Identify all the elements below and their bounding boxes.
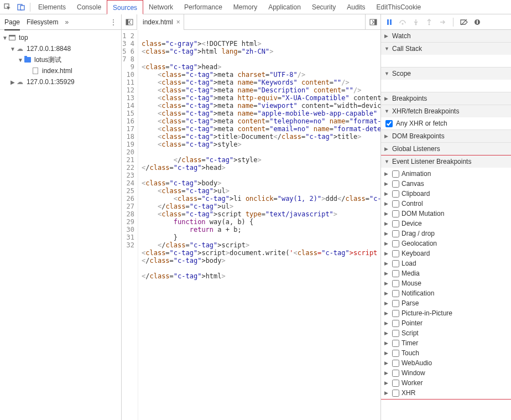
svg-rect-14 <box>477 21 478 24</box>
event-category-checkbox[interactable] <box>392 170 399 178</box>
event-category-checkbox[interactable] <box>392 330 399 337</box>
section-scope[interactable]: ▼Scope <box>381 68 511 80</box>
event-category-xhr[interactable]: ▶XHR <box>384 388 508 398</box>
event-category-clipboard[interactable]: ▶Clipboard <box>384 189 508 199</box>
event-category-parse[interactable]: ▶Parse <box>384 298 508 308</box>
tree-folder[interactable]: ▼ lotus测试 <box>0 54 121 65</box>
event-category-label: Clipboard <box>401 190 430 198</box>
event-category-control[interactable]: ▶Control <box>384 199 508 209</box>
event-category-label: Window <box>401 369 425 377</box>
event-category-mouse[interactable]: ▶Mouse <box>384 278 508 288</box>
tab-elements[interactable]: Elements <box>33 0 71 14</box>
event-category-touch[interactable]: ▶Touch <box>384 348 508 358</box>
editor-tab-index[interactable]: index.html × <box>137 14 184 30</box>
event-category-checkbox[interactable] <box>392 220 399 227</box>
step-icon[interactable] <box>437 17 447 27</box>
step-out-icon[interactable] <box>424 17 434 27</box>
event-category-picture-in-picture[interactable]: ▶Picture-in-Picture <box>384 308 508 318</box>
event-category-checkbox[interactable] <box>392 380 399 387</box>
xhr-any-row[interactable]: Any XHR or fetch <box>381 117 511 129</box>
tree-top[interactable]: ▼ top <box>0 32 121 43</box>
event-category-checkbox[interactable] <box>392 310 399 317</box>
section-dom-breakpoints[interactable]: ▶DOM Breakpoints <box>381 130 511 142</box>
cloud-icon: ☁ <box>15 77 24 86</box>
navigator-tab-page[interactable]: Page <box>4 18 20 26</box>
device-toggle-icon[interactable] <box>15 2 27 13</box>
section-call-stack[interactable]: ▼Call Stack <box>381 43 511 55</box>
event-category-checkbox[interactable] <box>392 350 399 357</box>
event-category-dom-mutation[interactable]: ▶DOM Mutation <box>384 209 508 219</box>
toggle-debugger-icon[interactable] <box>365 14 380 30</box>
event-category-checkbox[interactable] <box>392 360 399 367</box>
tree-file-index[interactable]: index.html <box>0 65 121 76</box>
inspect-icon[interactable] <box>2 2 13 13</box>
tab-network[interactable]: Network <box>143 0 179 14</box>
event-category-checkbox[interactable] <box>392 320 399 327</box>
event-category-label: Media <box>401 269 420 277</box>
tab-performance[interactable]: Performance <box>179 0 228 14</box>
event-category-geolocation[interactable]: ▶Geolocation <box>384 238 508 248</box>
event-category-window[interactable]: ▶Window <box>384 368 508 378</box>
event-category-checkbox[interactable] <box>392 240 399 247</box>
event-category-load[interactable]: ▶Load <box>384 258 508 268</box>
tree-host-2[interactable]: ▶☁ 127.0.0.1:35929 <box>0 76 121 87</box>
event-category-checkbox[interactable] <box>392 200 399 208</box>
pause-exceptions-icon[interactable] <box>472 17 482 27</box>
event-category-animation[interactable]: ▶Animation <box>384 169 508 179</box>
event-category-checkbox[interactable] <box>392 370 399 377</box>
event-category-checkbox[interactable] <box>392 390 399 397</box>
editor-body[interactable]: 1 2 3 4 5 6 7 8 9 10 11 12 13 14 15 16 1… <box>122 30 380 420</box>
section-watch[interactable]: ▶Watch <box>381 30 511 42</box>
event-category-checkbox[interactable] <box>392 250 399 257</box>
deactivate-breakpoints-icon[interactable] <box>459 17 469 27</box>
tab-editthiscookie[interactable]: EditThisCookie <box>371 0 427 14</box>
event-category-checkbox[interactable] <box>392 300 399 307</box>
event-category-checkbox[interactable] <box>392 190 399 198</box>
navigator-tab-filesystem[interactable]: Filesystem <box>27 18 58 26</box>
event-category-checkbox[interactable] <box>392 270 399 277</box>
tab-application[interactable]: Application <box>263 0 306 14</box>
event-category-keyboard[interactable]: ▶Keyboard <box>384 248 508 258</box>
navigator-tabs: Page Filesystem » ⋮ <box>0 14 121 30</box>
event-category-drag-drop[interactable]: ▶Drag / drop <box>384 229 508 238</box>
tree-host-1[interactable]: ▼☁ 127.0.0.1:8848 <box>0 43 121 54</box>
section-event-listener-breakpoints[interactable]: ▼Event Listener Breakpoints <box>381 155 511 168</box>
toggle-navigator-icon[interactable] <box>122 14 137 30</box>
event-category-webaudio[interactable]: ▶WebAudio <box>384 358 508 368</box>
event-category-checkbox[interactable] <box>392 290 399 297</box>
any-xhr-checkbox[interactable] <box>385 120 393 127</box>
tab-audits[interactable]: Audits <box>341 0 371 14</box>
event-category-checkbox[interactable] <box>392 340 399 347</box>
event-category-checkbox[interactable] <box>392 280 399 287</box>
event-category-checkbox[interactable] <box>392 230 399 237</box>
event-category-pointer[interactable]: ▶Pointer <box>384 318 508 328</box>
event-category-checkbox[interactable] <box>392 180 399 188</box>
event-category-canvas[interactable]: ▶Canvas <box>384 179 508 189</box>
navigator-more-tabs-icon[interactable]: » <box>65 18 69 26</box>
event-category-label: Geolocation <box>401 240 437 247</box>
section-global-listeners[interactable]: ▶Global Listeners <box>381 143 511 155</box>
event-category-script[interactable]: ▶Script <box>384 328 508 338</box>
tab-security[interactable]: Security <box>306 0 341 14</box>
event-category-device[interactable]: ▶Device <box>384 219 508 229</box>
code-area[interactable]: class="c-gray"><!DOCTYPE html> <class="c… <box>138 30 380 420</box>
event-category-notification[interactable]: ▶Notification <box>384 288 508 298</box>
event-category-media[interactable]: ▶Media <box>384 268 508 278</box>
section-breakpoints[interactable]: ▶Breakpoints <box>381 92 511 105</box>
tab-console[interactable]: Console <box>71 0 107 14</box>
event-category-timer[interactable]: ▶Timer <box>384 338 508 348</box>
event-category-checkbox[interactable] <box>392 210 399 217</box>
close-tab-icon[interactable]: × <box>176 18 180 26</box>
event-category-checkbox[interactable] <box>392 260 399 267</box>
debug-toolbar <box>381 14 511 30</box>
tab-sources[interactable]: Sources <box>107 0 143 14</box>
section-xhr-breakpoints[interactable]: ▼XHR/fetch Breakpoints <box>381 105 511 117</box>
navigator-menu-icon[interactable]: ⋮ <box>110 18 117 26</box>
step-into-icon[interactable] <box>411 17 421 27</box>
pause-icon[interactable] <box>384 17 394 27</box>
event-category-label: Drag / drop <box>401 230 435 237</box>
step-over-icon[interactable] <box>398 17 408 27</box>
tab-memory[interactable]: Memory <box>228 0 263 14</box>
event-category-worker[interactable]: ▶Worker <box>384 378 508 388</box>
line-gutter: 1 2 3 4 5 6 7 8 9 10 11 12 13 14 15 16 1… <box>122 30 138 420</box>
